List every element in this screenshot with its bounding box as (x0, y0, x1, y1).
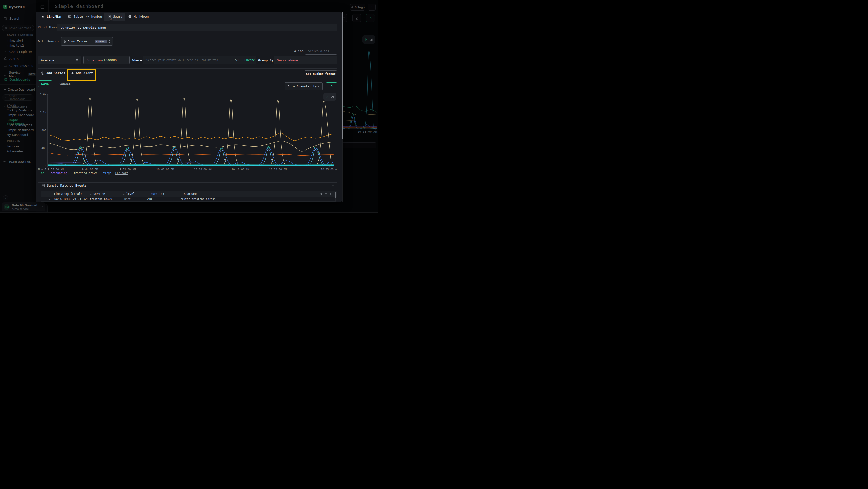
tab-number[interactable]: 123Number (86, 15, 103, 18)
y-axis-tick-label: 1.2K (40, 111, 46, 114)
expand-row-icon[interactable] (49, 198, 51, 200)
edit-chart-modal: Line/BarTable123NumberSearchMarkdown Cha… (36, 11, 342, 202)
y-axis-tick-label: 1.6K (40, 93, 46, 96)
legend-swatch: — (71, 171, 72, 175)
legend-label: frontend-proxy (73, 171, 97, 175)
legend-entry-ad[interactable]: —ad (38, 171, 44, 175)
sample-events-title: Sample Matched Events (47, 184, 87, 187)
cancel-button[interactable]: Cancel (59, 82, 71, 86)
field-expression-value: Duration/1000000 (87, 58, 117, 62)
row-density-icon[interactable] (324, 193, 327, 196)
field-expression-input[interactable]: Duration/1000000 (84, 56, 130, 64)
x-axis-tick-label: 9:52:00 AM (120, 168, 136, 171)
data-source-select[interactable]: Demo Traces Schema (61, 37, 113, 46)
alias-label: Alias (294, 49, 304, 53)
tab-label: Markdown (133, 15, 149, 18)
table-cell: router frontend egress (180, 197, 216, 201)
column-header-service[interactable]: service (90, 192, 105, 196)
modal-scrollbar-thumb[interactable] (342, 11, 343, 139)
y-axis-tick-label: 800 (41, 129, 46, 132)
legend-label: flagd (103, 171, 112, 175)
markdown-icon (128, 15, 131, 18)
table-scrollbar-thumb[interactable] (335, 192, 336, 198)
chevrons-updown-icon (76, 59, 78, 62)
legend-swatch: — (48, 171, 50, 175)
collapse-section-icon[interactable] (332, 184, 334, 187)
column-header-level[interactable]: level (123, 192, 135, 196)
code-view-icon[interactable] (319, 193, 322, 196)
alias-value[interactable] (308, 49, 334, 53)
column-label: level (126, 192, 135, 196)
sql-mode-toggle[interactable]: SQL (235, 58, 240, 62)
x-axis-tick-label: Nov 6 9:35:00 AM (38, 168, 64, 171)
table-cell: router frontend egress (180, 202, 216, 202)
tab-linebar[interactable]: Line/Bar (41, 15, 62, 18)
column-label: Timestamp (Local) (54, 192, 82, 196)
data-source-value: Demo Traces (68, 39, 93, 43)
divider (38, 51, 303, 51)
x-axis-tick-label: 10:24:00 AM (269, 168, 287, 171)
legend-entry-flagd[interactable]: —flagd (100, 171, 112, 175)
where-label: Where (132, 58, 142, 62)
tab-label: Number (91, 15, 103, 18)
lucene-mode-toggle[interactable]: Lucene (245, 58, 255, 62)
add-series-button[interactable]: Add Series (41, 71, 65, 75)
drag-handle-icon (123, 192, 125, 195)
column-header-timestamp-local-[interactable]: Timestamp (Local) (54, 192, 82, 196)
table-cell: 248 (147, 202, 152, 202)
column-label: duration (151, 192, 164, 196)
chevrons-updown-icon (108, 40, 111, 43)
table-row[interactable]: Nov 6 10:35:23.243 AMfrontend-proxyUnset… (40, 197, 335, 202)
events-list-icon (41, 184, 45, 187)
chart-name-value[interactable] (60, 26, 334, 30)
group-by-input[interactable]: ServiceName (274, 56, 337, 64)
table-icon (68, 15, 71, 18)
table-cell: Unset (123, 202, 131, 202)
table-cell: 248 (147, 197, 152, 201)
legend-entry-accounting[interactable]: —accounting (48, 171, 67, 175)
tab-table[interactable]: Table (68, 15, 83, 18)
legend-swatch: — (38, 171, 40, 175)
database-icon (63, 40, 66, 43)
field-token: Duration (87, 58, 102, 62)
tab-label: Search (113, 15, 124, 18)
table-row[interactable]: Nov 6 10:35:23.243 AMfrontend-proxyUnset… (40, 201, 335, 202)
drag-handle-icon (147, 192, 150, 195)
y-axis-tick-label: 400 (41, 147, 46, 150)
divider (38, 182, 337, 183)
sample-events-table: Timestamp (Local)serviceleveldurationSpa… (40, 191, 337, 202)
tab-underline-track (70, 21, 125, 21)
legend-more-button[interactable]: +12 more (115, 171, 128, 175)
play-icon (330, 85, 333, 88)
app-window: HyperDX Search Saved Searches SAVED SEAR… (0, 0, 378, 213)
x-axis-tick-label: 10:35:00 AM (321, 168, 337, 171)
download-icon[interactable] (329, 193, 332, 196)
legend-swatch: — (100, 171, 102, 175)
granularity-select[interactable]: Auto Granularity (284, 82, 322, 90)
save-button[interactable]: Save (38, 80, 52, 87)
aggregation-select[interactable]: Average (38, 56, 81, 64)
alias-input[interactable] (305, 48, 337, 55)
schema-badge[interactable]: Schema (95, 39, 107, 44)
x-axis-tick-label: 10:08:00 AM (194, 168, 212, 171)
chart-name-input[interactable] (57, 24, 337, 31)
legend-label: accounting (51, 171, 67, 175)
tab-label: Table (73, 15, 83, 18)
chart-legend: —ad—accounting—frontend-proxy—flagd+12 m… (38, 171, 128, 175)
tab-markdown[interactable]: Markdown (128, 15, 149, 18)
plus-circle-icon (41, 71, 44, 75)
number-icon: 123 (86, 16, 89, 18)
mode-separator: | (242, 58, 244, 62)
duration-chart: 04008001.2K1.6KNov 6 9:35:00 AM9:44:00 A… (36, 93, 337, 173)
column-header-duration[interactable]: duration (147, 192, 164, 196)
run-chart-button[interactable] (326, 82, 337, 90)
chart-name-label: Chart Name (38, 26, 57, 29)
column-label: service (93, 192, 105, 196)
active-tab-underline (38, 21, 70, 21)
set-number-format-button[interactable]: Set number format (305, 70, 337, 77)
divider (38, 36, 337, 36)
legend-label: ad (41, 171, 44, 175)
column-label: SpanName (184, 192, 197, 196)
column-header-spanname[interactable]: SpanName (180, 192, 197, 196)
legend-entry-frontend-proxy[interactable]: —frontend-proxy (71, 171, 97, 175)
